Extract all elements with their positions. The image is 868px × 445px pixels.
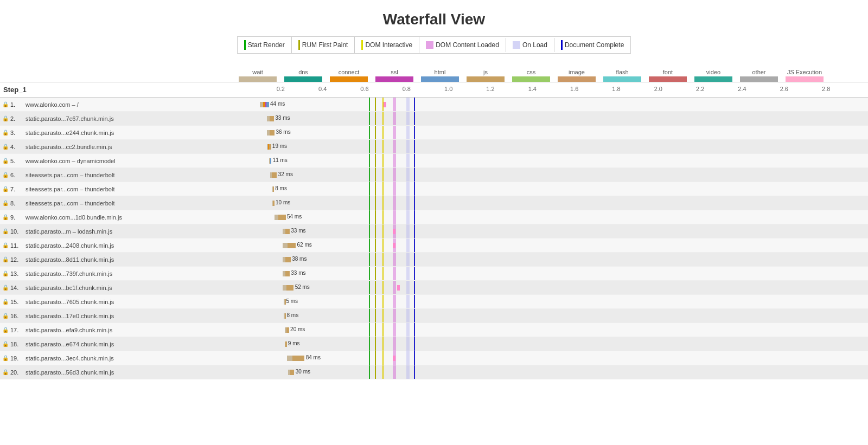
bar-ms-label: 32 ms [278,171,293,177]
type-image: image [558,69,596,82]
type-css-label: css [527,69,536,75]
vline [414,98,415,111]
vline [414,210,415,224]
type-ssl-label: ssl [391,69,398,75]
vline [414,267,415,280]
request-bar[interactable] [283,285,293,291]
row-name: static.parasto...8d11.chunk.min.js [25,256,114,263]
vline [406,365,410,379]
request-bar[interactable] [267,116,274,121]
request-bar[interactable] [270,172,277,178]
request-bar[interactable] [284,299,285,305]
type-dns-swatch [284,76,322,82]
row-num: 7. [10,186,24,192]
vline [375,351,376,365]
vline [382,238,384,252]
legend-on-load-label: On Load [522,41,547,49]
request-bar[interactable] [269,158,271,164]
vline [406,323,410,337]
request-bar[interactable] [283,243,296,248]
lock-icon: 🔒 [2,172,9,178]
request-bar[interactable] [284,313,285,319]
vline [406,224,410,238]
row-name: static.parasto...3ec4.chunk.min.js [25,355,114,362]
request-bar[interactable] [267,144,271,150]
vline [369,196,370,210]
row-name: siteassets.par...com – thunderbolt [25,172,114,178]
vline [382,267,384,280]
bar-ms-label: 84 ms [306,354,321,360]
bar-ms-label: 5 ms [286,298,298,304]
vline [406,210,410,224]
type-wait: wait [239,69,277,82]
table-row: 38 ms [239,253,868,267]
list-item: 🔒4.static.parasto...cc2.bundle.min.js [0,140,239,154]
row-num: 13. [10,270,24,277]
lock-icon: 🔒 [2,158,9,164]
js-exec-marker [393,356,395,361]
vline [414,281,415,294]
type-css-swatch [512,76,550,82]
legend-dom-interactive: DOM Interactive [355,37,419,53]
request-bar[interactable] [285,327,289,333]
bar-segment [283,243,287,248]
vline [406,337,410,351]
resource-types-header: wait dns connect ssl html js css image f… [0,65,868,82]
vline [375,98,376,111]
bar-ms-label: 52 ms [295,284,310,290]
request-bar[interactable] [260,102,269,107]
vline [414,126,415,139]
vline [414,351,415,365]
row-name: www.alonko.com – / [25,101,79,108]
request-bar[interactable] [283,257,291,262]
vline [369,98,370,111]
vline [375,337,376,351]
type-connect-swatch [330,76,368,82]
vline [414,168,415,182]
request-bar[interactable] [272,186,274,192]
request-bar[interactable] [287,356,304,361]
js-exec-marker [393,229,395,234]
vline [406,351,410,365]
vline [406,295,410,308]
bar-segment [270,130,275,136]
vline [382,351,384,365]
vline [393,365,396,379]
request-bar[interactable] [275,215,286,220]
js-exec-marker [397,285,400,291]
start-render-line-icon [244,40,246,50]
request-bar[interactable] [283,229,290,234]
vline [369,182,370,196]
type-html-swatch [421,76,459,82]
row-name: static.parasto...56d3.chunk.min.js [25,369,114,376]
request-bar[interactable] [267,130,275,136]
request-bar[interactable] [283,271,290,276]
table-row: 52 ms [239,281,868,295]
table-row: 8 ms [239,309,868,323]
bar-ms-label: 44 ms [270,101,285,107]
vline [369,365,370,379]
row-num: 9. [10,214,24,221]
vline [375,238,376,252]
step-label: Step_1 [3,86,27,94]
row-name: static.parasto...739f.chunk.min.js [25,270,112,277]
table-row: 9 ms [239,337,868,351]
row-name: static.parasto...m – lodash.min.js [25,228,112,235]
legend-start-render-label: Start Render [248,41,285,49]
request-bar[interactable] [285,341,286,347]
row-name: static.parasto...17e0.chunk.min.js [25,313,114,319]
js-exec-marker [393,243,395,248]
vline [382,182,384,196]
request-bar[interactable] [272,201,275,206]
table-row: 10 ms [239,196,868,210]
request-bar[interactable] [288,370,295,375]
list-item: 🔒18.static.parasto...e674.chunk.min.js [0,337,239,351]
vline [414,196,415,210]
type-connect: connect [330,69,368,82]
lock-icon: 🔒 [2,355,9,361]
row-name: siteassets.par...com – thunderbolt [25,200,114,207]
tick-2.0: 2.0 [654,86,662,92]
type-video: video [694,69,732,82]
vline [393,182,396,196]
table-row: 8 ms [239,182,868,196]
